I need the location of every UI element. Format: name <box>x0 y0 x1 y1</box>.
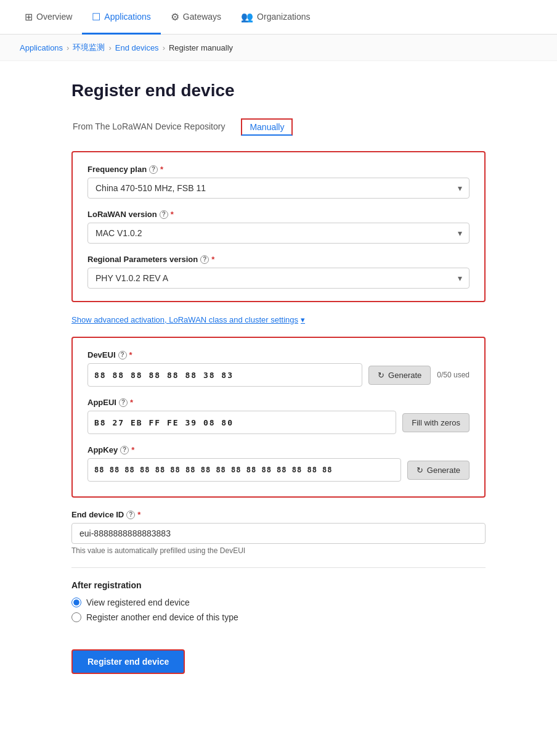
app-eui-group: AppEUI ? * B8 27 EB FF FE 39 08 80 Fill … <box>87 398 470 434</box>
dev-eui-required: * <box>129 350 132 360</box>
tab-manually[interactable]: Manually <box>241 118 293 136</box>
app-key-group: AppKey ? * 88 88 88 88 88 88 88 88 88 88… <box>87 445 470 482</box>
after-reg-option2[interactable]: Register another end device of this type <box>71 612 486 622</box>
app-eui-required: * <box>130 398 133 407</box>
nav-applications[interactable]: ☐ Applications <box>82 1 161 35</box>
device-settings-section: Frequency plan ? * China 470-510 MHz, FS… <box>71 151 486 302</box>
after-reg-label-2: Register another end device of this type <box>86 612 238 622</box>
gateways-icon: ⚙ <box>171 11 179 23</box>
chevron-down-icon: ▾ <box>301 315 305 324</box>
dev-eui-label: DevEUI ? * <box>87 350 470 360</box>
end-device-id-input[interactable] <box>71 523 486 544</box>
end-device-id-required: * <box>137 510 140 519</box>
after-reg-radio-2[interactable] <box>71 612 81 622</box>
lorawan-version-label: LoRaWAN version ? * <box>87 210 470 219</box>
refresh-icon-2 <box>417 466 423 475</box>
frequency-required: * <box>160 165 163 174</box>
breadcrumb-sep-1: › <box>67 43 69 52</box>
dev-eui-input[interactable]: 88 88 88 88 88 88 38 83 <box>87 363 362 387</box>
breadcrumb-current: Register manually <box>169 43 233 52</box>
lorawan-version-group: LoRaWAN version ? * MAC V1.0.2 ▾ <box>87 210 470 244</box>
regional-params-select-wrapper: PHY V1.0.2 REV A ▾ <box>87 268 470 289</box>
after-reg-option1[interactable]: View registered end device <box>71 598 486 607</box>
tab-row: From The LoRaWAN Device Repository Manua… <box>71 118 486 136</box>
register-end-device-button[interactable]: Register end device <box>71 649 185 674</box>
app-key-help-icon[interactable]: ? <box>120 446 129 454</box>
nav-gateways-label: Gateways <box>183 12 221 22</box>
frequency-help-icon[interactable]: ? <box>149 165 158 174</box>
frequency-plan-group: Frequency plan ? * China 470-510 MHz, FS… <box>87 165 470 199</box>
breadcrumb-applications[interactable]: Applications <box>20 43 63 52</box>
nav-gateways[interactable]: ⚙ Gateways <box>161 1 231 35</box>
app-key-input[interactable]: 88 88 88 88 88 88 88 88 88 88 88 88 88 8… <box>87 458 401 482</box>
after-reg-radio-1[interactable] <box>71 598 81 607</box>
app-eui-help-icon[interactable]: ? <box>119 398 128 407</box>
regional-params-select[interactable]: PHY V1.0.2 REV A <box>87 268 470 289</box>
regional-required: * <box>211 255 214 264</box>
end-device-id-label: End device ID ? * <box>71 510 486 519</box>
breadcrumb: Applications › 环境监测 › End devices › Regi… <box>0 35 557 61</box>
regional-params-group: Regional Parameters version ? * PHY V1.0… <box>87 255 470 289</box>
main-content: Register end device From The LoRaWAN Dev… <box>57 61 500 694</box>
top-nav: ⊞ Overview ☐ Applications ⚙ Gateways 👥 O… <box>0 0 557 35</box>
regional-help-icon[interactable]: ? <box>200 255 209 264</box>
dev-eui-group: DevEUI ? * 88 88 88 88 88 88 38 83 Gener… <box>87 350 470 387</box>
app-key-required: * <box>131 445 134 454</box>
after-registration-title: After registration <box>71 580 486 590</box>
breadcrumb-end-devices[interactable]: End devices <box>115 43 159 52</box>
organizations-icon: 👥 <box>241 11 253 23</box>
after-registration-section: After registration View registered end d… <box>71 580 486 622</box>
app-key-row: 88 88 88 88 88 88 88 88 88 88 88 88 88 8… <box>87 458 470 482</box>
identifiers-section: DevEUI ? * 88 88 88 88 88 88 38 83 Gener… <box>71 337 486 498</box>
frequency-plan-label: Frequency plan ? * <box>87 165 470 174</box>
nav-overview[interactable]: ⊞ Overview <box>15 1 82 35</box>
breadcrumb-sep-2: › <box>108 43 111 52</box>
lorawan-help-icon[interactable]: ? <box>160 210 168 219</box>
overview-icon: ⊞ <box>25 11 33 23</box>
after-reg-label-1: View registered end device <box>86 598 190 607</box>
lorawan-version-select[interactable]: MAC V1.0.2 <box>87 223 470 244</box>
nav-overview-label: Overview <box>36 12 72 22</box>
lorawan-version-select-wrapper: MAC V1.0.2 ▾ <box>87 223 470 244</box>
app-key-generate-button[interactable]: Generate <box>407 461 470 480</box>
nav-organizations-label: Organizations <box>257 12 310 22</box>
dev-eui-row: 88 88 88 88 88 88 38 83 Generate 0/50 us… <box>87 363 470 387</box>
dev-eui-generate-button[interactable]: Generate <box>368 366 431 385</box>
lorawan-required: * <box>171 210 174 219</box>
app-eui-fill-zeros-button[interactable]: Fill with zeros <box>402 413 470 432</box>
page-title: Register end device <box>71 81 486 101</box>
frequency-select-wrapper: China 470-510 MHz, FSB 11 ▾ <box>87 178 470 199</box>
divider <box>71 567 486 568</box>
app-eui-row: B8 27 EB FF FE 39 08 80 Fill with zeros <box>87 411 470 434</box>
regional-params-label: Regional Parameters version ? * <box>87 255 470 264</box>
refresh-icon <box>378 371 384 380</box>
end-device-id-hint: This value is automatically prefilled us… <box>71 546 486 555</box>
app-key-label: AppKey ? * <box>87 445 470 454</box>
breadcrumb-sep-3: › <box>163 43 165 52</box>
breadcrumb-app-name[interactable]: 环境监测 <box>73 42 105 53</box>
app-eui-label: AppEUI ? * <box>87 398 470 407</box>
advanced-settings-link[interactable]: Show advanced activation, LoRaWAN class … <box>71 315 305 324</box>
applications-icon: ☐ <box>92 11 100 23</box>
end-device-id-group: End device ID ? * This value is automati… <box>71 510 486 555</box>
frequency-plan-select[interactable]: China 470-510 MHz, FSB 11 <box>87 178 470 199</box>
app-eui-input[interactable]: B8 27 EB FF FE 39 08 80 <box>87 411 396 434</box>
tab-from-repository[interactable]: From The LoRaWAN Device Repository <box>71 118 226 136</box>
nav-organizations[interactable]: 👥 Organizations <box>231 1 320 35</box>
dev-eui-help-icon[interactable]: ? <box>118 351 127 360</box>
dev-eui-used-count: 0/50 used <box>437 371 470 379</box>
nav-applications-label: Applications <box>104 12 151 22</box>
end-device-id-help-icon[interactable]: ? <box>126 511 135 519</box>
